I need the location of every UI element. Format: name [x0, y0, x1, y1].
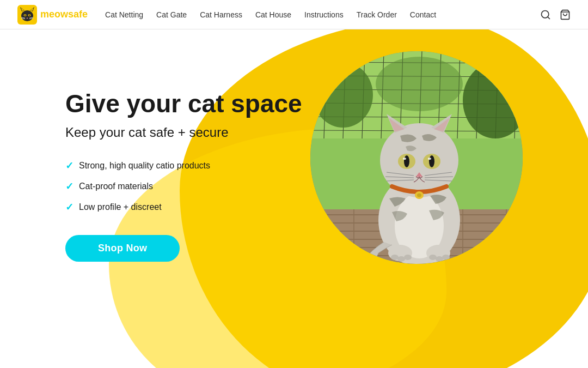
svg-point-9 [29, 14, 30, 16]
check-icon-2: ✓ [65, 180, 74, 192]
svg-point-39 [376, 57, 463, 111]
svg-point-69 [429, 155, 434, 167]
svg-point-70 [403, 158, 406, 160]
hero-content: Give your cat space Keep your cat safe +… [65, 89, 302, 262]
svg-point-56 [397, 256, 405, 262]
svg-point-68 [404, 155, 409, 167]
search-button[interactable] [540, 9, 551, 20]
brand-name: meowsafe [40, 9, 88, 20]
hero-section: Give your cat space Keep your cat safe +… [0, 29, 588, 368]
nav-cat-house[interactable]: Cat House [255, 10, 291, 19]
cart-button[interactable] [560, 9, 571, 20]
check-icon-1: ✓ [65, 160, 74, 172]
svg-line-14 [29, 19, 33, 19]
nav-cat-harness[interactable]: Cat Harness [200, 10, 242, 19]
nav-contact[interactable]: Contact [410, 10, 436, 19]
cart-icon [560, 9, 571, 20]
logo-icon [17, 5, 37, 25]
logo[interactable]: meowsafe [17, 5, 88, 25]
nav-cat-netting[interactable]: Cat Netting [105, 10, 143, 19]
svg-line-16 [548, 16, 550, 19]
feature-3: ✓ Low profile + discreet [65, 201, 302, 213]
feature-2: ✓ Cat-proof materials [65, 180, 302, 192]
features-list: ✓ Strong, high quality catio products ✓ … [65, 160, 302, 213]
cat-illustration [310, 51, 523, 264]
nav-instructions[interactable]: Instructions [304, 10, 344, 19]
navbar: meowsafe Cat Netting Cat Gate Cat Harnes… [0, 0, 588, 29]
cat-image-circle [310, 51, 523, 264]
nav-icons [540, 9, 571, 20]
feature-1: ✓ Strong, high quality catio products [65, 160, 302, 172]
check-icon-3: ✓ [65, 201, 74, 213]
hero-subtitle: Keep your cat safe + secure [65, 125, 302, 140]
svg-point-58 [429, 255, 437, 260]
nav-cat-gate[interactable]: Cat Gate [156, 10, 187, 19]
svg-point-8 [24, 14, 26, 16]
shop-now-button[interactable]: Shop Now [65, 235, 180, 262]
svg-point-57 [404, 255, 412, 260]
search-icon [540, 9, 551, 20]
svg-point-55 [391, 255, 399, 260]
svg-point-1 [21, 10, 33, 21]
nav-track-order[interactable]: Track Order [357, 10, 397, 19]
hero-title: Give your cat space [65, 89, 302, 118]
svg-point-80 [417, 194, 421, 197]
svg-point-71 [428, 158, 431, 160]
svg-line-12 [21, 19, 25, 19]
nav-links: Cat Netting Cat Gate Cat Harness Cat Hou… [105, 10, 540, 20]
